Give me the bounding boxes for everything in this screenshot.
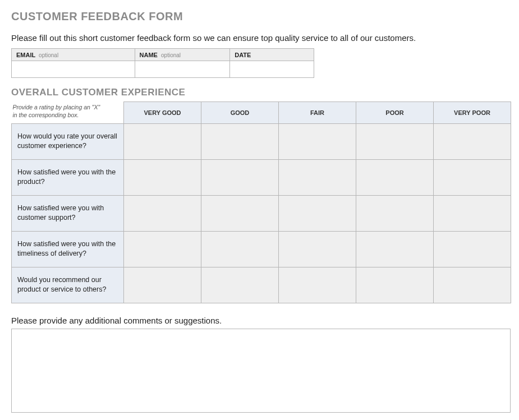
rating-cell[interactable] [201, 136, 278, 146]
intro-text: Please fill out this short customer feed… [11, 33, 508, 43]
instruction-line1: Provide a rating by placing an "X" [13, 104, 100, 110]
email-field[interactable] [15, 62, 131, 76]
rating-cell[interactable] [201, 208, 278, 218]
rating-cell[interactable] [279, 244, 356, 254]
info-table: EMAIL optional NAME optional DATE [11, 48, 314, 78]
comments-label: Please provide any additional comments o… [11, 316, 508, 325]
date-field[interactable] [233, 62, 310, 76]
question-text: Would you recommend our product or servi… [12, 267, 124, 303]
rating-cell[interactable] [124, 244, 201, 254]
info-header-date: DATE [230, 49, 314, 61]
rating-cell[interactable] [279, 208, 356, 218]
rating-cell[interactable] [279, 280, 356, 290]
label-name: NAME [140, 52, 158, 58]
rating-cell[interactable] [279, 136, 356, 146]
question-text: How satisfied were you with the timeline… [12, 231, 124, 267]
rating-cell[interactable] [124, 172, 201, 182]
section-title: OVERALL CUSTOMER EXPERIENCE [11, 87, 508, 98]
rating-cell[interactable] [434, 244, 511, 254]
rating-cell[interactable] [434, 280, 511, 290]
question-text: How satisfied were you with the product? [12, 159, 124, 195]
rating-header-poor: POOR [356, 102, 434, 124]
table-row: How satisfied were you with the timeline… [12, 231, 511, 267]
rating-cell[interactable] [124, 280, 201, 290]
rating-cell[interactable] [434, 172, 511, 182]
label-date: DATE [235, 52, 251, 58]
rating-cell[interactable] [356, 208, 433, 218]
info-header-name: NAME optional [135, 49, 230, 61]
rating-cell[interactable] [434, 208, 511, 218]
rating-cell[interactable] [201, 280, 278, 290]
rating-cell[interactable] [356, 244, 433, 254]
rating-header-good: GOOD [201, 102, 279, 124]
rating-header-fair: FAIR [279, 102, 356, 124]
info-header-email: EMAIL optional [12, 49, 135, 61]
question-text: How would you rate your overall customer… [12, 123, 124, 159]
rating-cell[interactable] [356, 172, 433, 182]
rating-cell[interactable] [201, 172, 278, 182]
rating-table: Provide a rating by placing an "X" in th… [11, 101, 511, 303]
rating-header-very-good: VERY GOOD [124, 102, 201, 124]
rating-cell[interactable] [124, 136, 201, 146]
comments-textarea[interactable] [11, 329, 511, 413]
table-row: How satisfied were you with customer sup… [12, 195, 511, 231]
rating-cell[interactable] [356, 136, 433, 146]
rating-cell[interactable] [124, 208, 201, 218]
question-text: How satisfied were you with customer sup… [12, 195, 124, 231]
rating-cell[interactable] [356, 280, 433, 290]
label-name-optional: optional [161, 52, 181, 58]
page-title: CUSTOMER FEEDBACK FORM [11, 10, 508, 23]
rating-cell[interactable] [434, 136, 511, 146]
label-email-optional: optional [39, 52, 58, 58]
name-field[interactable] [139, 62, 227, 76]
rating-header-very-poor: VERY POOR [434, 102, 511, 124]
rating-cell[interactable] [279, 172, 356, 182]
label-email: EMAIL [16, 52, 35, 58]
table-row: How would you rate your overall customer… [12, 123, 511, 159]
table-row: How satisfied were you with the product? [12, 159, 511, 195]
rating-cell[interactable] [201, 244, 278, 254]
rating-instruction: Provide a rating by placing an "X" in th… [12, 102, 124, 124]
instruction-line2: in the corresponding box. [13, 112, 79, 118]
table-row: Would you recommend our product or servi… [12, 267, 511, 303]
